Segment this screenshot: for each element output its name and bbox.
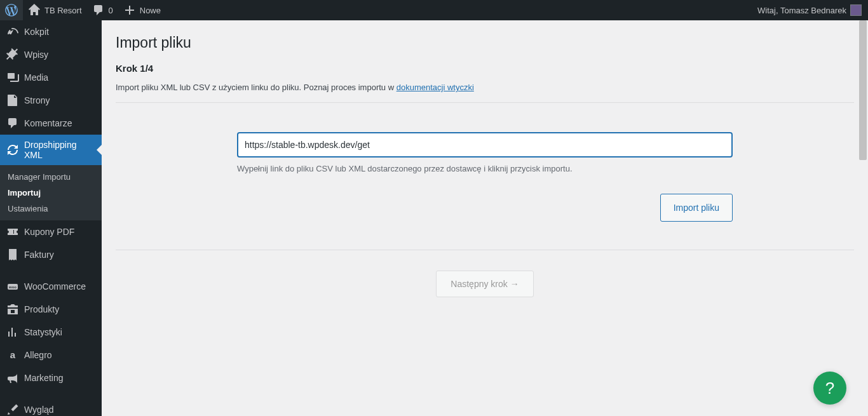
sidebar-item-label: Wygląd — [24, 405, 54, 415]
dashboard-icon — [6, 25, 19, 38]
sidebar-item-allegro[interactable]: aAllegro — [0, 344, 102, 366]
invoice-icon — [6, 248, 19, 261]
wordpress-icon — [5, 4, 18, 17]
pin-icon — [6, 48, 19, 61]
intro-text: Import pliku XML lub CSV z użyciem linku… — [116, 83, 854, 102]
sidebar-item-label: Kokpit — [24, 27, 49, 37]
admin-sidebar: KokpitWpisyMediaStronyKomentarzeDropship… — [0, 20, 102, 416]
sidebar-item-kupony-pdf[interactable]: Kupony PDF — [0, 220, 102, 243]
media-icon — [6, 71, 19, 84]
sidebar-item-faktury[interactable]: Faktury — [0, 243, 102, 266]
sidebar-item-produkty[interactable]: Produkty — [0, 298, 102, 321]
sidebar-item-dropshipping-xml[interactable]: Dropshipping XML — [0, 135, 102, 165]
page-title: Import pliku — [116, 34, 854, 51]
sidebar-item-label: Faktury — [24, 250, 54, 260]
admin-bar: TB Resort 0 Nowe Witaj, Tomasz Bednarek — [0, 0, 868, 20]
comments-count: 0 — [109, 6, 113, 15]
site-name-label: TB Resort — [44, 6, 82, 15]
woo-icon: woo — [6, 280, 19, 293]
new-label: Nowe — [140, 6, 161, 15]
avatar — [850, 4, 862, 16]
next-step-button: Następny krok → — [436, 271, 533, 297]
sidebar-item-woocommerce[interactable]: wooWooCommerce — [0, 275, 102, 298]
brush-icon — [6, 403, 19, 416]
divider — [116, 102, 854, 103]
sidebar-item-label: Media — [24, 72, 48, 83]
file-url-input[interactable] — [237, 132, 733, 158]
comments-link[interactable]: 0 — [87, 0, 118, 20]
submenu-item-manager-importu[interactable]: Manager Importu — [0, 169, 102, 185]
user-account-link[interactable]: Witaj, Tomasz Bednarek — [752, 0, 868, 20]
wp-logo[interactable] — [0, 0, 23, 20]
new-content-link[interactable]: Nowe — [118, 0, 166, 20]
refresh-icon — [6, 144, 19, 156]
megaphone-icon — [6, 372, 19, 384]
ticket-icon — [6, 225, 19, 238]
divider — [116, 250, 854, 250]
content-area: Import pliku Krok 1/4 Import pliku XML l… — [102, 20, 868, 416]
sidebar-item-wpisy[interactable]: Wpisy — [0, 43, 102, 66]
sidebar-item-label: Allegro — [24, 350, 52, 360]
sidebar-item-kokpit[interactable]: Kokpit — [0, 20, 102, 43]
sidebar-item-label: WooCommerce — [24, 281, 86, 292]
sidebar-item-media[interactable]: Media — [0, 66, 102, 89]
sidebar-item-label: Marketing — [24, 373, 63, 383]
scrollbar-thumb[interactable] — [859, 20, 867, 160]
help-fab[interactable]: ? — [813, 372, 846, 405]
sidebar-item-wygląd[interactable]: Wygląd — [0, 398, 102, 416]
sidebar-item-label: Statystyki — [24, 327, 62, 337]
intro-prefix: Import pliku XML lub CSV z użyciem linku… — [116, 83, 397, 92]
sidebar-item-label: Produkty — [24, 304, 59, 314]
sidebar-item-marketing[interactable]: Marketing — [0, 366, 102, 389]
help-text: Wypełnij link do pliku CSV lub XML dosta… — [237, 164, 733, 173]
submenu-item-ustawienia[interactable]: Ustawienia — [0, 201, 102, 217]
step-heading: Krok 1/4 — [116, 63, 854, 74]
sidebar-item-label: Strony — [24, 95, 50, 105]
sidebar-item-strony[interactable]: Strony — [0, 89, 102, 112]
comment-icon — [6, 117, 19, 130]
home-icon — [28, 4, 41, 17]
import-button[interactable]: Import pliku — [660, 194, 733, 222]
page-icon — [6, 94, 19, 107]
stats-icon — [6, 326, 19, 339]
sidebar-item-label: Dropshipping XML — [24, 140, 97, 160]
svg-text:woo: woo — [8, 285, 17, 289]
greeting-label: Witaj, Tomasz Bednarek — [757, 6, 846, 15]
sidebar-item-label: Wpisy — [24, 50, 48, 60]
docs-link[interactable]: dokumentacji wtyczki — [397, 83, 474, 92]
sidebar-item-komentarze[interactable]: Komentarze — [0, 112, 102, 135]
sidebar-item-label: Komentarze — [24, 118, 72, 128]
submenu-item-importuj[interactable]: Importuj — [0, 185, 102, 201]
product-icon — [6, 303, 19, 316]
svg-text:a: a — [10, 349, 16, 360]
comment-icon — [92, 4, 105, 17]
sidebar-item-statystyki[interactable]: Statystyki — [0, 321, 102, 344]
plus-icon — [123, 4, 136, 17]
site-name-link[interactable]: TB Resort — [23, 0, 87, 20]
sidebar-item-label: Kupony PDF — [24, 227, 74, 237]
scrollbar[interactable] — [858, 20, 868, 416]
allegro-icon: a — [6, 349, 19, 361]
